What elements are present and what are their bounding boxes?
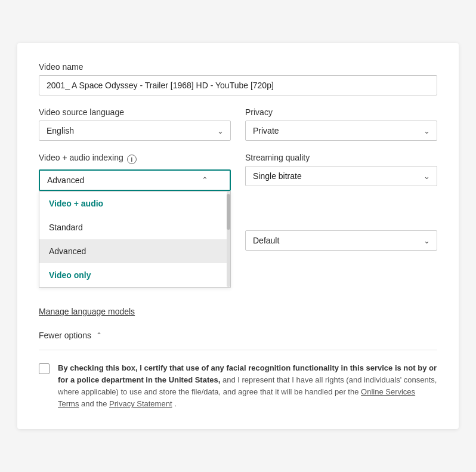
dropdown-scrollbar-thumb <box>227 194 230 230</box>
indexing-selected-value: Advanced <box>47 175 84 185</box>
certify-row: By checking this box, I certify that use… <box>39 362 437 411</box>
privacy-select-wrapper: Private ⌄ <box>245 121 437 141</box>
source-language-select[interactable]: English <box>39 121 231 141</box>
privacy-statement-link[interactable]: Privacy Statement <box>109 399 172 408</box>
fewer-options-label: Fewer options <box>39 331 91 340</box>
video-name-label: Video name <box>39 62 437 72</box>
streaming-label: Streaming quality <box>245 153 437 162</box>
indexing-option-video-audio[interactable]: Video + audio <box>39 192 230 215</box>
upload-form: Video name Video source language English… <box>17 43 459 430</box>
second-dropdown-wrapper: Default ⌄ <box>245 230 437 251</box>
certify-and-text: and the <box>81 399 109 408</box>
indexing-col: Video + audio indexing i Advanced ⌃ Vide… <box>39 153 231 288</box>
indexing-dropdown-wrapper: Advanced ⌃ Video + audio Standard Advanc… <box>39 169 231 288</box>
second-dropdown-select[interactable]: Default <box>245 230 437 251</box>
streaming-col: Streaming quality Single bitrate ⌄ Defau… <box>245 153 437 251</box>
source-language-col: Video source language English ⌄ <box>39 107 231 141</box>
source-language-label: Video source language <box>39 107 231 117</box>
indexing-option-standard[interactable]: Standard <box>39 215 230 239</box>
fewer-options-row[interactable]: Fewer options ⌃ <box>39 328 437 340</box>
manage-language-models-link[interactable]: Manage language models <box>39 307 135 316</box>
streaming-select[interactable]: Single bitrate <box>245 166 437 186</box>
indexing-trigger[interactable]: Advanced ⌃ <box>39 169 231 191</box>
indexing-chevron-up-icon: ⌃ <box>202 175 208 184</box>
dropdown-scrollbar <box>227 192 230 287</box>
privacy-select[interactable]: Private <box>245 121 437 141</box>
privacy-col: Privacy Private ⌄ <box>245 107 437 141</box>
indexing-label: Video + audio indexing <box>39 153 123 162</box>
streaming-select-wrapper: Single bitrate ⌄ <box>245 166 437 186</box>
indexing-dropdown-menu: Video + audio Standard Advanced Video on… <box>39 191 231 288</box>
privacy-label: Privacy <box>245 107 437 117</box>
certify-text: By checking this box, I certify that use… <box>58 362 437 411</box>
indexing-option-video-only[interactable]: Video only <box>39 263 230 287</box>
indexing-option-advanced[interactable]: Advanced <box>39 239 230 263</box>
indexing-info-icon[interactable]: i <box>127 155 137 164</box>
fewer-options-chevron-up-icon: ⌃ <box>96 331 102 340</box>
source-language-select-wrapper: English ⌄ <box>39 121 231 141</box>
certify-period: . <box>174 399 177 408</box>
certify-checkbox[interactable] <box>39 363 50 374</box>
divider <box>39 350 437 350</box>
video-name-input[interactable] <box>39 75 437 95</box>
